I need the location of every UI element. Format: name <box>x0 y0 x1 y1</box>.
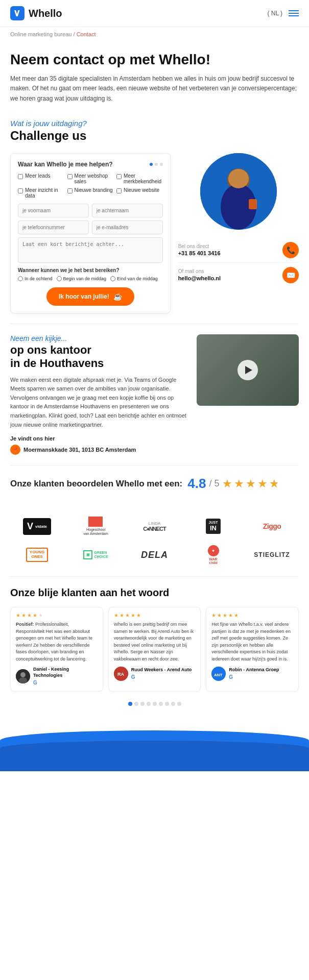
email-input[interactable] <box>92 220 163 234</box>
logo-ziggo[interactable]: Ziggo <box>245 515 299 537</box>
checkbox-meer-leads[interactable]: Meer leads <box>18 173 64 184</box>
office-description: We maken eerst een digitale afspraak met… <box>10 376 189 430</box>
phone-label: Bel ons direct <box>178 243 221 249</box>
location-pin-icon: 📍 <box>10 445 20 455</box>
indicator-dot-9[interactable] <box>177 702 181 706</box>
form-question: Waar kan Whello je mee helpen? <box>18 161 163 168</box>
checkbox-meer-merk[interactable]: Meer merkbekendheid <box>116 173 163 184</box>
logo-dela[interactable]: DELA <box>128 544 181 566</box>
language-selector[interactable]: ( NL ) <box>267 10 282 17</box>
breadcrumb-current: Contact <box>77 31 96 37</box>
reach-options: In de ochtend Begin van de middag Eind v… <box>18 276 163 281</box>
reach-eind-middag[interactable]: Eind van de middag <box>110 276 158 281</box>
phone-input[interactable] <box>18 220 89 234</box>
google-icon-1: G <box>33 680 37 685</box>
checkbox-meer-webshop[interactable]: Meer webshop sales <box>67 173 114 184</box>
testimonial-stars-1: ★ ★ ★ ★ ★ <box>16 612 98 618</box>
star-2: ★ <box>234 477 244 491</box>
last-name-input[interactable] <box>92 204 163 217</box>
reach-ochtend[interactable]: In de ochtend <box>18 276 53 281</box>
hero-description: Met meer dan 35 digitale specialisten in… <box>10 74 299 104</box>
testimonial-card-3: ★ ★ ★ ★ ★ Het fijne van Whello t.a.v. ve… <box>206 607 299 692</box>
logo-stieglitz[interactable]: STIEGLITZ <box>245 544 299 566</box>
logo-linda-connect[interactable]: LINDA C♦NNECT <box>128 515 181 537</box>
play-button[interactable] <box>237 360 258 380</box>
reach-question: Wanneer kunnen we je het best bereiken? <box>18 267 163 273</box>
office-video-thumbnail[interactable] <box>197 334 299 406</box>
indicator-dot-7[interactable] <box>165 702 169 706</box>
testimonial-card-1: ★ ★ ★ ★ ★ Positief: Professionaliteit, R… <box>10 607 103 692</box>
contact-info-card: Bel ons direct +31 85 401 3416 📞 Of mail… <box>178 238 299 287</box>
testimonial-author-3: ANT Robin - Antenna Groep G <box>211 667 293 681</box>
reviews-header: Onze klanten beoordelen Whello met een: … <box>10 476 299 492</box>
contact-row <box>18 220 163 234</box>
logo-green-choice[interactable]: ▣ GREEN CHOICE <box>69 544 123 566</box>
reviews-score: 4.8 / 5 ★ ★ ★ ★ ★★ <box>187 476 279 492</box>
email-info-item: Of mail ons hello@whello.nl ✉️ <box>178 263 299 287</box>
star-3: ★ <box>246 477 256 491</box>
svg-point-6 <box>20 672 26 677</box>
logo-just-in[interactable]: JUST IN <box>186 515 240 537</box>
reviews-title: Onze klanten beoordelen Whello met een: <box>10 478 182 489</box>
star-4: ★ <box>257 477 268 491</box>
dot-3 <box>160 163 163 166</box>
indicator-dot-8[interactable] <box>171 702 175 706</box>
message-textarea[interactable] <box>18 237 163 263</box>
email-address[interactable]: hello@whello.nl <box>178 275 221 281</box>
hamburger-menu-icon[interactable] <box>289 10 299 16</box>
logo[interactable]: Whello <box>10 6 62 20</box>
phone-number[interactable]: +31 85 401 3416 <box>178 250 221 256</box>
logos-row-2: YOUNG ONES ▣ GREEN CHOICE DELA ✦ WAR chi… <box>10 544 299 566</box>
logos-section: V vidate Hogeschoolvan Amsterdam LINDA C… <box>0 510 309 576</box>
indicator-dot-2[interactable] <box>134 702 138 706</box>
logo-war-child[interactable]: ✦ WAR child <box>186 544 240 566</box>
logo-young-ones[interactable]: YOUNG ONES <box>10 544 64 566</box>
dot-2 <box>155 163 158 166</box>
testimonials-section: Onze blije klanten aan het woord ★ ★ ★ ★… <box>0 577 309 720</box>
first-name-input[interactable] <box>18 204 89 217</box>
logo-icon <box>10 6 25 20</box>
office-section: Neem een kijkje... op ons kantoorin de H… <box>0 324 309 465</box>
avatar-ruud: RA <box>114 667 128 681</box>
email-icon-circle[interactable]: ✉️ <box>282 267 299 283</box>
contact-form: Waar kan Whello je mee helpen? Meer lead… <box>10 153 171 313</box>
indicator-dot-4[interactable] <box>147 702 151 706</box>
breadcrumb-home[interactable]: Online marketing bureau <box>10 31 72 37</box>
breadcrumb: Online marketing bureau / Contact <box>0 27 309 41</box>
email-info-text: Of mail ons hello@whello.nl <box>178 268 221 281</box>
help-options: Meer leads Meer webshop sales Meer merkb… <box>18 173 163 199</box>
submit-button[interactable]: Ik hoor van jullie! ☕ <box>46 287 134 306</box>
svg-point-7 <box>19 677 27 683</box>
video-overlay <box>197 334 299 406</box>
office-address: 📍 Moermanskkade 301, 1013 BC Amsterdam <box>10 445 189 455</box>
logo-vidate[interactable]: V vidate <box>10 515 64 537</box>
svg-rect-4 <box>249 199 257 209</box>
hero-title: Neem contact op met Whello! <box>10 52 299 68</box>
logo-hogeschool[interactable]: Hogeschoolvan Amsterdam <box>69 515 123 537</box>
svg-text:ANT: ANT <box>214 673 223 677</box>
hero-section: Neem contact op met Whello! Met meer dan… <box>0 41 309 109</box>
testimonial-text-2: Whello is een prettig bedrijf om mee sam… <box>114 621 196 663</box>
checkbox-nieuwe-website[interactable]: Nieuwe website <box>116 187 163 199</box>
office-subtitle: Neem een kijkje... <box>10 334 189 342</box>
phone-icon-circle[interactable]: 📞 <box>282 242 299 258</box>
submit-emoji: ☕ <box>113 292 122 301</box>
indicator-dot-5[interactable] <box>153 702 157 706</box>
progress-dots <box>150 163 163 166</box>
indicator-dot-1[interactable] <box>128 702 132 706</box>
author-name-2: Ruud Weekers - Arend Auto <box>131 667 192 673</box>
indicator-dot-6[interactable] <box>159 702 163 706</box>
stars: ★ ★ ★ ★ ★★ <box>222 477 279 491</box>
google-icon-2: G <box>131 674 135 680</box>
star-1: ★ <box>222 477 232 491</box>
reach-begin-middag[interactable]: Begin van de middag <box>57 276 107 281</box>
checkbox-nieuwe-branding[interactable]: Nieuwe branding <box>67 187 114 199</box>
header: Whello ( NL ) <box>0 0 309 27</box>
name-row <box>18 204 163 217</box>
testimonial-pagination <box>10 698 299 710</box>
office-title: op ons kantoorin de Houthavens <box>10 344 189 371</box>
testimonials-title: Onze blije klanten aan het woord <box>10 587 299 599</box>
indicator-dot-3[interactable] <box>140 702 145 706</box>
checkbox-meer-inzicht[interactable]: Meer inzicht in data <box>18 187 64 199</box>
header-right: ( NL ) <box>267 10 299 17</box>
